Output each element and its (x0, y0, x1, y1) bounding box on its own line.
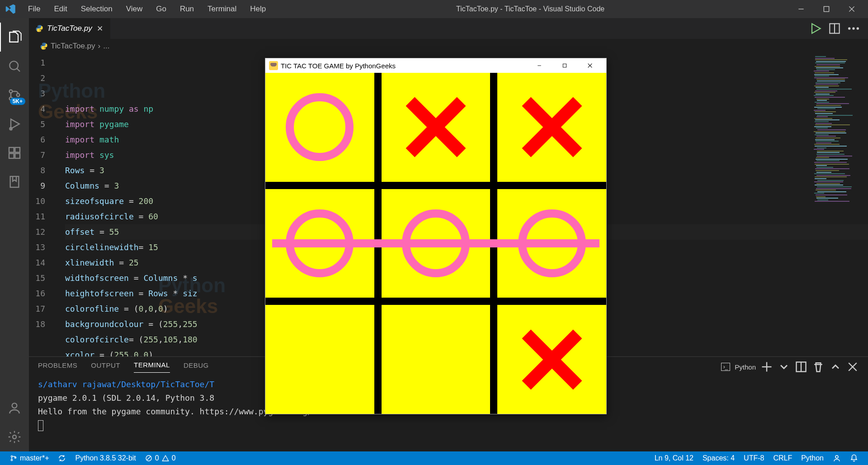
menu-file[interactable]: File (22, 3, 47, 15)
game-cell[interactable] (497, 305, 606, 414)
tab-tictactoe[interactable]: TicTacToe.py ✕ (29, 18, 111, 39)
line-gutter: 123456789101112131415161718 (29, 53, 54, 356)
svg-line-5 (17, 68, 20, 71)
svg-point-22 (852, 27, 854, 29)
game-cell[interactable] (382, 73, 491, 182)
panel-tab-output[interactable]: OUTPUT (91, 361, 120, 373)
more-actions-icon[interactable] (846, 21, 861, 36)
svg-point-6 (9, 90, 13, 93)
svg-rect-11 (9, 147, 14, 152)
search-icon[interactable] (0, 52, 29, 81)
python-file-icon (35, 24, 43, 33)
close-button[interactable] (839, 0, 864, 18)
editor-tabs: TicTacToe.py ✕ (29, 18, 868, 39)
svg-marker-18 (812, 24, 821, 33)
svg-rect-12 (9, 153, 14, 158)
svg-line-34 (147, 456, 151, 460)
tab-close-icon[interactable]: ✕ (96, 23, 104, 34)
git-branch[interactable]: master*+ (5, 451, 53, 465)
panel-tab-debug[interactable]: DEBUG (184, 361, 209, 373)
svg-point-21 (848, 27, 850, 29)
game-window: TIC TAC TOE GAME by PythonGeeks (265, 58, 607, 414)
maximize-button[interactable] (814, 0, 839, 18)
menu-help[interactable]: Help (244, 3, 272, 15)
encoding[interactable]: UTF-8 (739, 451, 769, 465)
svg-point-8 (17, 94, 20, 97)
game-title: TIC TAC TOE GAME by PythonGeeks (281, 62, 396, 70)
run-debug-icon[interactable] (0, 109, 29, 138)
kill-terminal-icon[interactable] (812, 361, 825, 373)
game-cell[interactable] (497, 73, 606, 182)
feedback-icon[interactable] (828, 451, 845, 465)
cursor-position[interactable]: Ln 9, Col 12 (650, 451, 698, 465)
title-bar: FileEditSelectionViewGoRunTerminalHelp T… (0, 0, 868, 18)
bookmarks-icon[interactable] (0, 167, 29, 196)
split-terminal-icon[interactable] (795, 361, 807, 373)
mark-circle (286, 93, 354, 161)
game-minimize-button[interactable] (527, 58, 552, 73)
explorer-icon[interactable] (0, 23, 29, 52)
panel-tab-problems[interactable]: PROBLEMS (38, 361, 77, 373)
svg-point-4 (9, 61, 18, 70)
game-cell[interactable] (382, 305, 491, 414)
language-mode[interactable]: Python (797, 451, 828, 465)
terminal-shell-icon[interactable]: ›_ (721, 363, 731, 371)
window-controls (788, 0, 864, 18)
breadcrumb-symbol: ... (103, 42, 109, 51)
source-control-icon[interactable]: 5K+ (0, 81, 29, 109)
window-title: TicTacToe.py - TicTacToe - Visual Studio… (272, 5, 788, 13)
svg-rect-13 (15, 153, 20, 158)
game-maximize-button[interactable] (552, 58, 577, 73)
menu-view[interactable]: View (120, 3, 149, 15)
menu-go[interactable]: Go (150, 3, 173, 15)
terminal-shell-label[interactable]: Python (735, 363, 756, 371)
svg-point-31 (11, 459, 12, 460)
menu-edit[interactable]: Edit (47, 3, 73, 15)
win-line (272, 239, 599, 247)
game-app-icon (269, 61, 278, 70)
game-cell[interactable] (265, 73, 374, 182)
notifications-icon[interactable] (845, 451, 863, 465)
sync-icon[interactable] (53, 451, 71, 465)
svg-point-23 (857, 27, 859, 29)
indentation[interactable]: Spaces: 4 (698, 451, 739, 465)
panel-tab-terminal[interactable]: TERMINAL (134, 361, 170, 373)
svg-point-16 (12, 403, 17, 408)
game-title-bar[interactable]: TIC TAC TOE GAME by PythonGeeks (265, 58, 606, 73)
extensions-icon[interactable] (0, 138, 29, 167)
eol[interactable]: CRLF (769, 451, 797, 465)
svg-point-30 (11, 456, 12, 457)
vscode-logo-icon (4, 2, 18, 16)
svg-marker-9 (11, 119, 19, 128)
svg-rect-14 (15, 147, 20, 152)
svg-rect-37 (563, 64, 566, 67)
menu-bar: FileEditSelectionViewGoRunTerminalHelp (22, 3, 272, 15)
menu-run[interactable]: Run (174, 3, 200, 15)
game-board[interactable] (265, 73, 606, 414)
new-terminal-icon[interactable] (760, 361, 773, 373)
game-cell[interactable] (265, 305, 374, 414)
chevron-right-icon: › (98, 42, 101, 51)
accounts-icon[interactable] (0, 394, 29, 422)
game-close-button[interactable] (577, 58, 603, 73)
python-interpreter[interactable]: Python 3.8.5 32-bit (71, 451, 140, 465)
terminal-dropdown-icon[interactable] (778, 361, 790, 373)
run-file-button[interactable] (808, 21, 823, 36)
breadcrumb[interactable]: TicTacToe.py › ... (29, 39, 868, 53)
activity-bar: 5K+ (0, 18, 29, 451)
menu-terminal[interactable]: Terminal (201, 3, 243, 15)
svg-point-17 (13, 435, 16, 439)
breadcrumb-file: TicTacToe.py (51, 42, 95, 51)
split-editor-icon[interactable] (827, 21, 842, 36)
svg-rect-15 (10, 176, 19, 187)
settings-gear-icon[interactable] (0, 422, 29, 451)
source-control-badge: 5K+ (10, 98, 25, 105)
tab-label: TicTacToe.py (47, 24, 92, 33)
minimap[interactable] (814, 56, 859, 210)
svg-rect-1 (824, 6, 829, 11)
maximize-panel-icon[interactable] (829, 361, 842, 373)
menu-selection[interactable]: Selection (75, 3, 119, 15)
close-panel-icon[interactable] (846, 361, 859, 373)
problems-status[interactable]: 0 0 (141, 451, 180, 465)
minimize-button[interactable] (788, 0, 814, 18)
